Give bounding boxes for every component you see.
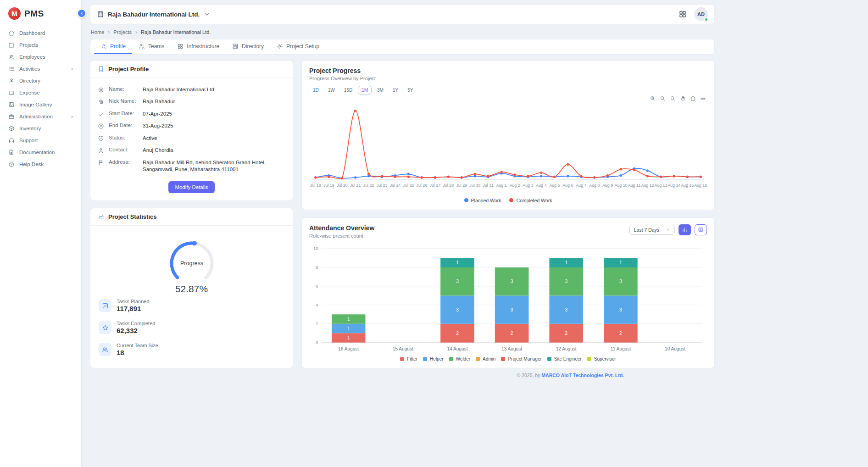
range-button-3m[interactable]: 3M bbox=[373, 86, 387, 95]
legend-site-engineer[interactable]: Site Engineer bbox=[547, 356, 582, 361]
tab-directory[interactable]: Directory bbox=[226, 39, 270, 54]
legend-label: Planned Work bbox=[471, 198, 501, 203]
sidebar-item-documentation[interactable]: Documentation bbox=[0, 146, 81, 158]
contact-book-icon bbox=[232, 43, 239, 50]
range-button-1y[interactable]: 1Y bbox=[389, 86, 402, 95]
legend-marker bbox=[423, 357, 427, 361]
time-range-buttons: 1D1W15D1M3M1Y5Y bbox=[309, 86, 707, 95]
sidebar-item-dashboard[interactable]: Dashboard bbox=[0, 27, 81, 39]
header-actions: AD bbox=[679, 7, 708, 21]
breadcrumb-item-projects[interactable]: Projects bbox=[113, 29, 132, 35]
svg-text:1: 1 bbox=[565, 260, 568, 265]
range-button-1m[interactable]: 1M bbox=[358, 86, 372, 95]
svg-text:0: 0 bbox=[316, 340, 318, 345]
tab-infrastructure[interactable]: Infrastructure bbox=[171, 39, 226, 54]
legend-helper[interactable]: Helper bbox=[423, 356, 443, 361]
sidebar-item-employees[interactable]: Employees bbox=[0, 51, 81, 63]
svg-text:Aug 6: Aug 6 bbox=[562, 183, 573, 188]
range-button-1d[interactable]: 1D bbox=[309, 86, 323, 95]
pan-icon bbox=[680, 95, 686, 101]
apps-grid-icon[interactable] bbox=[679, 10, 687, 18]
breadcrumb-separator: › bbox=[135, 29, 137, 35]
gear-icon bbox=[277, 43, 283, 50]
svg-text:Jul 22: Jul 22 bbox=[363, 183, 374, 188]
legend-marker bbox=[449, 357, 453, 361]
footer-company-link[interactable]: MARCO AIoT Technologies Pvt. Ltd. bbox=[541, 372, 624, 378]
progress-gauge-arc: Progress bbox=[157, 235, 226, 291]
breadcrumb-item-home[interactable]: Home bbox=[91, 29, 104, 35]
company-selector[interactable]: Raja Bahadur International Ltd. bbox=[97, 11, 211, 18]
legend-planned-work[interactable]: Planned Work bbox=[464, 198, 501, 203]
project-progress-subtitle: Progress Overview by Project bbox=[309, 76, 707, 81]
chevron-down-icon bbox=[666, 228, 670, 232]
sidebar-item-administration[interactable]: Administration› bbox=[0, 111, 81, 122]
sidebar-item-directory[interactable]: Directory bbox=[0, 75, 81, 87]
svg-text:Aug 15: Aug 15 bbox=[681, 183, 694, 188]
legend-marker bbox=[501, 357, 505, 361]
legend-marker bbox=[400, 357, 404, 361]
sidebar-item-label: Image Gallery bbox=[19, 102, 52, 108]
attendance-title: Attendance Overview bbox=[309, 224, 374, 232]
svg-text:15 August: 15 August bbox=[393, 346, 413, 351]
legend-completed-work[interactable]: Completed Work bbox=[509, 198, 552, 203]
legend-fitter[interactable]: Fitter bbox=[400, 356, 417, 361]
check-square-icon bbox=[102, 302, 109, 309]
chart-line-icon bbox=[98, 213, 105, 220]
field-label: Nick Name: bbox=[109, 98, 139, 104]
sidebar-item-label: Administration bbox=[19, 114, 53, 120]
range-button-1w[interactable]: 1W bbox=[324, 86, 339, 95]
attendance-range-select[interactable]: Last 7 Days bbox=[629, 225, 675, 235]
stat-label: Tasks Completed bbox=[117, 321, 155, 326]
sidebar-item-help-desk[interactable]: Help Desk bbox=[0, 158, 81, 170]
toolbar-zoom-out-button[interactable] bbox=[660, 95, 666, 101]
svg-text:8: 8 bbox=[316, 265, 318, 270]
avatar-initials: AD bbox=[697, 11, 705, 17]
sidebar-collapse-button[interactable]: ‹ bbox=[77, 9, 86, 18]
sidebar-item-support[interactable]: Support bbox=[0, 134, 81, 146]
svg-text:Aug 4: Aug 4 bbox=[536, 183, 546, 188]
toolbar-home-button[interactable] bbox=[690, 95, 696, 101]
range-button-15d[interactable]: 15D bbox=[340, 86, 356, 95]
toolbar-menu-button[interactable] bbox=[700, 95, 706, 101]
attendance-bar-chart[interactable]: 024681016 August11115 August14 August233… bbox=[309, 245, 707, 356]
sidebar-item-inventory[interactable]: Inventory bbox=[0, 122, 81, 134]
range-button-5y[interactable]: 5Y bbox=[404, 86, 417, 95]
progress-line-chart[interactable]: Jul 18Jul 19Jul 20Jul 21Jul 22Jul 23Jul … bbox=[309, 101, 707, 197]
legend-supervisor[interactable]: Supervisor bbox=[587, 356, 616, 361]
left-column: Project Profile Name:Raja Bahadur Intern… bbox=[90, 60, 293, 368]
toolbar-zoom-button[interactable] bbox=[670, 95, 676, 101]
avatar[interactable]: AD bbox=[694, 7, 708, 21]
svg-text:3: 3 bbox=[619, 307, 622, 312]
sidebar-item-image-gallery[interactable]: Image Gallery bbox=[0, 99, 81, 111]
sidebar-item-expense[interactable]: Expense bbox=[0, 87, 81, 99]
legend-project-manager[interactable]: Project Manager bbox=[501, 356, 541, 361]
modify-details-button[interactable]: Modify Details bbox=[168, 181, 214, 193]
briefcase-icon bbox=[8, 113, 15, 120]
svg-text:3: 3 bbox=[511, 279, 513, 284]
sidebar: M PMS DashboardProjectsEmployeesActiviti… bbox=[0, 0, 82, 467]
svg-text:3: 3 bbox=[565, 279, 568, 284]
bookmark-icon bbox=[98, 66, 105, 72]
field-label: Status: bbox=[109, 135, 139, 140]
app-logo[interactable]: M PMS bbox=[0, 5, 81, 27]
bar-view-button[interactable] bbox=[679, 224, 691, 235]
project-progress-card: Project Progress Progress Overview by Pr… bbox=[301, 60, 715, 210]
svg-text:Aug 13: Aug 13 bbox=[654, 183, 667, 188]
toolbar-zoom-in-button[interactable] bbox=[650, 95, 656, 101]
legend-welder[interactable]: Welder bbox=[449, 356, 471, 361]
legend-admin[interactable]: Admin bbox=[476, 356, 495, 361]
svg-text:3: 3 bbox=[456, 279, 459, 284]
sidebar-item-activities[interactable]: Activities› bbox=[0, 63, 81, 75]
tab-profile[interactable]: Profile bbox=[94, 39, 132, 54]
toolbar-pan-button[interactable] bbox=[680, 95, 686, 101]
svg-text:Aug 1: Aug 1 bbox=[496, 183, 506, 188]
x-circle-icon bbox=[98, 123, 104, 129]
svg-text:2: 2 bbox=[565, 331, 568, 336]
svg-text:Jul 30: Jul 30 bbox=[469, 183, 480, 188]
footer-text: © 2025, by bbox=[517, 372, 541, 378]
table-view-button[interactable] bbox=[695, 224, 707, 235]
sidebar-item-projects[interactable]: Projects bbox=[0, 39, 81, 51]
field-label: Contact: bbox=[109, 147, 139, 152]
tab-project-setup[interactable]: Project Setup bbox=[270, 39, 326, 54]
tab-teams[interactable]: Teams bbox=[132, 39, 171, 54]
